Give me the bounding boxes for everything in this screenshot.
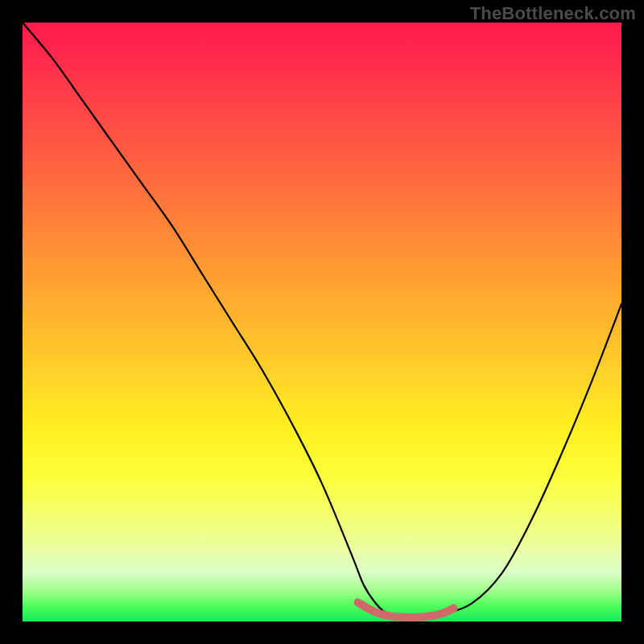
plot-area [23, 23, 621, 621]
watermark-text: TheBottleneck.com [470, 3, 636, 24]
chart-svg [23, 23, 621, 621]
chart-frame: TheBottleneck.com [0, 0, 644, 644]
bottleneck-curve [23, 23, 621, 617]
bottom-highlight [358, 602, 454, 617]
